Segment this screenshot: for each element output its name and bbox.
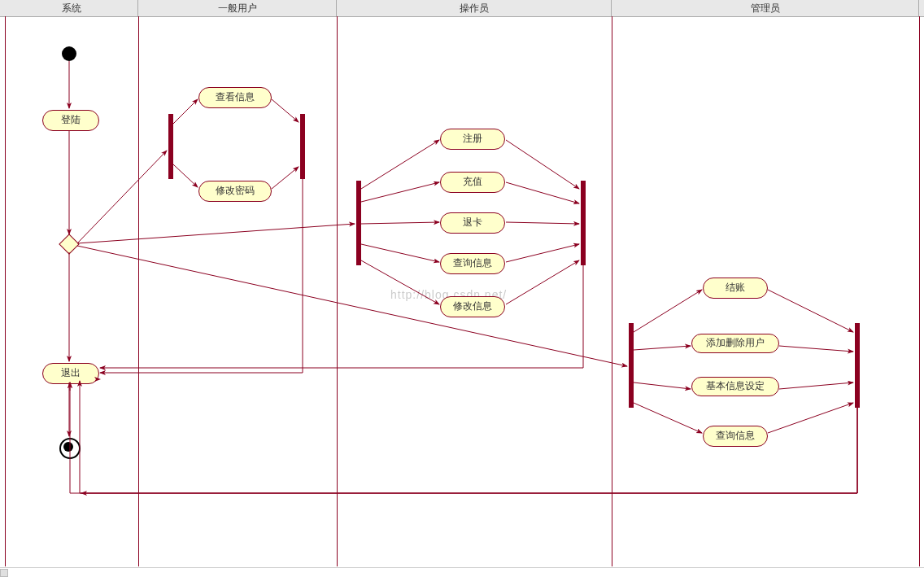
svg-line-11: [361, 140, 439, 189]
svg-line-25: [768, 290, 853, 332]
scrollbar-corner-icon: [0, 569, 8, 577]
activity-query-info-operator[interactable]: 查询信息: [440, 253, 505, 274]
svg-line-10: [272, 167, 299, 189]
bottom-ruler: [0, 567, 924, 568]
svg-line-26: [779, 346, 853, 352]
svg-line-20: [506, 260, 579, 304]
svg-line-12: [361, 182, 439, 202]
activity-return-card[interactable]: 退卡: [440, 212, 505, 234]
svg-line-19: [506, 244, 579, 262]
final-node: [59, 438, 81, 459]
svg-line-13: [361, 222, 439, 224]
svg-line-4: [77, 151, 167, 243]
activity-query-info-admin[interactable]: 查询信息: [703, 426, 768, 447]
fork-bar-user: [168, 114, 173, 179]
svg-line-14: [361, 244, 439, 262]
activity-exit[interactable]: 退出: [42, 363, 99, 384]
fork-bar-operator: [356, 181, 361, 265]
swimlane-header-operator: 操作员: [337, 0, 612, 16]
svg-line-9: [272, 99, 299, 122]
activity-login[interactable]: 登陆: [42, 110, 99, 131]
activity-modify-info[interactable]: 修改信息: [440, 296, 505, 317]
svg-line-22: [634, 346, 691, 350]
activity-basic-settings[interactable]: 基本信息设定: [691, 377, 779, 396]
svg-line-5: [77, 224, 355, 243]
svg-line-6: [77, 246, 627, 366]
activity-view-info[interactable]: 查看信息: [198, 87, 272, 108]
lane-border: [138, 16, 139, 566]
activity-add-delete-user[interactable]: 添加删除用户: [691, 334, 779, 353]
svg-line-23: [634, 382, 691, 389]
svg-line-8: [173, 164, 198, 187]
svg-line-21: [634, 290, 702, 332]
join-bar-operator: [581, 181, 586, 265]
join-bar-admin: [855, 323, 860, 408]
lane-border: [5, 16, 6, 566]
activity-settle[interactable]: 结账: [703, 278, 768, 299]
svg-line-24: [634, 403, 702, 433]
svg-line-18: [506, 222, 579, 224]
activity-change-password[interactable]: 修改密码: [198, 181, 272, 202]
decision-node: [59, 234, 79, 254]
lane-border: [337, 16, 338, 566]
svg-line-28: [768, 403, 853, 433]
swimlane-header-general-user: 一般用户: [138, 0, 337, 16]
svg-line-27: [779, 382, 853, 389]
activity-diagram-canvas: 系统 一般用户 操作员 管理员 http://blog.csdn.net/ 登陆…: [0, 0, 924, 577]
svg-line-17: [506, 182, 579, 203]
lane-border: [612, 16, 612, 566]
initial-node: [62, 46, 76, 61]
svg-line-7: [173, 99, 198, 124]
swimlane-header-admin: 管理员: [612, 0, 919, 16]
activity-register[interactable]: 注册: [440, 129, 505, 150]
fork-bar-admin: [629, 323, 634, 408]
swimlane-header-system: 系统: [5, 0, 138, 16]
lane-border: [919, 16, 920, 566]
join-bar-user: [300, 114, 305, 179]
svg-line-16: [506, 140, 579, 189]
activity-recharge[interactable]: 充值: [440, 172, 505, 193]
